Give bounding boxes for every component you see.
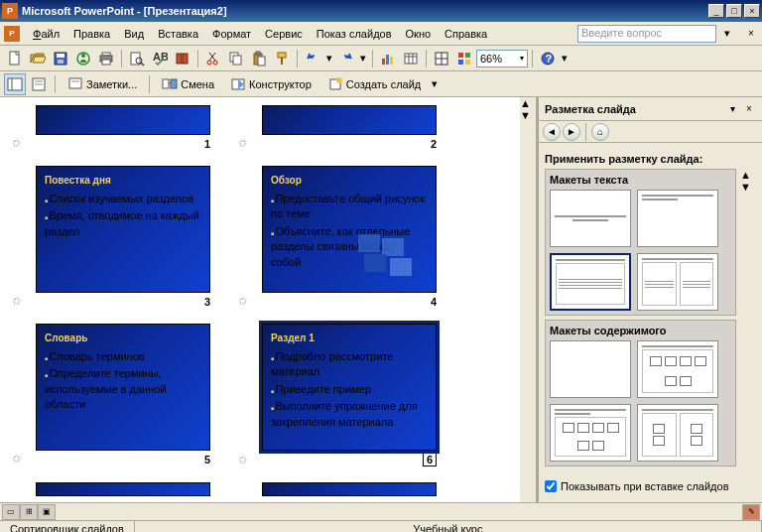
transition-button[interactable]: Смена <box>155 73 221 95</box>
svg-rect-37 <box>465 53 470 58</box>
menu-slideshow[interactable]: Показ слайдов <box>310 26 399 42</box>
paste-button[interactable] <box>248 48 270 69</box>
format-painter-button[interactable] <box>271 48 293 69</box>
sorter-view-icon[interactable]: ⊞ <box>20 504 38 520</box>
layout-content[interactable] <box>637 340 718 398</box>
layout-blank[interactable] <box>550 340 631 398</box>
svg-rect-56 <box>364 254 386 272</box>
copy-button[interactable] <box>225 48 247 69</box>
menu-edit[interactable]: Правка <box>66 26 117 42</box>
animation-icon: ✩ <box>12 137 21 150</box>
layout-title-slide[interactable] <box>550 190 631 247</box>
help-button[interactable]: ? <box>537 48 559 69</box>
layout-group-title: Макеты текста <box>550 174 731 186</box>
help-search-input[interactable]: Введите вопрос <box>577 25 716 43</box>
doc-icon: P <box>4 26 20 42</box>
svg-line-11 <box>141 63 144 66</box>
menu-dropdown-icon[interactable]: ▾ <box>716 23 738 45</box>
menu-format[interactable]: Формат <box>205 26 258 42</box>
slide-thumbnail[interactable]: Словарь Словарь терминовОпределите терми… <box>36 324 210 451</box>
preview-button[interactable] <box>126 48 148 69</box>
slideshow-view-icon[interactable]: ▣ <box>38 504 56 520</box>
designer-button[interactable]: Конструктор <box>223 73 318 95</box>
animation-icon: ✩ <box>238 454 247 466</box>
slide-number: 5 <box>204 454 210 466</box>
taskpane-close-button[interactable]: × <box>742 102 756 116</box>
taskpane-scroll-up[interactable]: ▲ <box>740 169 756 181</box>
layout-group-title: Макеты содержимого <box>550 325 731 336</box>
svg-point-18 <box>213 61 217 65</box>
slide-thumbnail[interactable] <box>262 105 437 135</box>
maximize-button[interactable]: □ <box>726 4 742 18</box>
redo-dropdown[interactable]: ▾ <box>358 48 368 69</box>
window-title: Microsoft PowerPoint - [Презентация2] <box>22 5 706 17</box>
redo-button[interactable] <box>335 48 357 69</box>
research-button[interactable] <box>172 48 193 69</box>
scroll-down-button[interactable]: ▼ <box>520 109 536 121</box>
menu-help[interactable]: Справка <box>438 26 494 42</box>
layout-title-only[interactable] <box>637 190 718 247</box>
menu-service[interactable]: Сервис <box>258 26 310 42</box>
cut-button[interactable] <box>202 48 224 69</box>
animation-icon: ✩ <box>12 295 21 308</box>
scroll-up-button[interactable]: ▲ <box>520 97 536 109</box>
language-icon[interactable]: ✎ <box>742 504 760 520</box>
svg-rect-29 <box>405 54 417 64</box>
layout-title-content[interactable] <box>550 404 631 462</box>
new-button[interactable] <box>4 48 26 69</box>
taskpane-dropdown[interactable]: ▾ <box>725 102 739 116</box>
app-icon: P <box>2 3 18 19</box>
svg-rect-20 <box>233 56 241 65</box>
layout-two-content[interactable] <box>637 404 718 462</box>
tables-borders-button[interactable] <box>431 48 452 69</box>
svg-rect-23 <box>258 57 265 66</box>
permission-button[interactable] <box>72 48 94 69</box>
menu-view[interactable]: Вид <box>117 26 151 42</box>
menu-window[interactable]: Окно <box>399 26 439 42</box>
svg-rect-28 <box>390 57 393 65</box>
layout-title-text[interactable] <box>550 253 631 311</box>
taskpane-scroll-down[interactable]: ▼ <box>740 181 756 193</box>
svg-text:?: ? <box>546 53 553 65</box>
doc-close-button[interactable]: × <box>744 27 758 41</box>
normal-view-icon[interactable]: ▭ <box>2 504 20 520</box>
layout-title-two-text[interactable] <box>637 253 718 311</box>
slide-thumbnail[interactable]: Раздел 1 Подробно рассмотрите материалПр… <box>262 324 437 451</box>
table-button[interactable] <box>400 48 422 69</box>
show-formatting-button[interactable] <box>28 73 50 95</box>
open-button[interactable] <box>27 48 49 69</box>
undo-button[interactable] <box>302 48 323 69</box>
taskpane-back-button[interactable]: ◄ <box>543 123 561 141</box>
print-button[interactable] <box>95 48 117 69</box>
taskpane-forward-button[interactable]: ► <box>563 123 580 141</box>
zoom-input[interactable]: 66%▾ <box>476 50 528 67</box>
svg-rect-14 <box>183 54 188 64</box>
show-on-insert-checkbox[interactable] <box>545 480 557 492</box>
svg-rect-2 <box>57 54 64 58</box>
svg-point-53 <box>336 77 342 83</box>
undo-dropdown[interactable]: ▾ <box>324 48 334 69</box>
notes-button[interactable]: Заметки... <box>61 73 144 95</box>
svg-rect-0 <box>10 52 19 65</box>
slide-thumbnail[interactable]: Обзор Предоставьте общий рисунок по теме… <box>262 166 437 293</box>
show-grid-button[interactable] <box>453 48 475 69</box>
close-button[interactable]: × <box>744 4 760 18</box>
menu-file[interactable]: Файл <box>26 26 66 42</box>
slide-sorter-view[interactable]: ✩1 ✩2 Повестка дня Список изучаемых разд… <box>0 97 520 502</box>
taskpane-home-button[interactable]: ⌂ <box>591 123 609 141</box>
chart-button[interactable] <box>377 48 399 69</box>
new-slide-button[interactable]: Создать слайд <box>320 73 428 95</box>
slide-thumbnail[interactable] <box>36 105 210 135</box>
slide-thumbnail[interactable]: Повестка дня Список изучаемых разделовВр… <box>36 166 210 293</box>
save-button[interactable] <box>50 48 71 69</box>
menu-insert[interactable]: Вставка <box>151 26 205 42</box>
slide-number: 1 <box>204 138 210 150</box>
spelling-button[interactable]: ABC <box>149 48 171 69</box>
toolbar-options[interactable]: ▾ <box>560 48 570 69</box>
svg-rect-3 <box>58 60 64 64</box>
slide-thumbnail[interactable] <box>262 482 437 496</box>
normal-view-button[interactable] <box>4 73 26 95</box>
toolbar2-options[interactable]: ▾ <box>430 73 440 95</box>
minimize-button[interactable]: _ <box>708 4 724 18</box>
slide-thumbnail[interactable] <box>36 482 210 496</box>
